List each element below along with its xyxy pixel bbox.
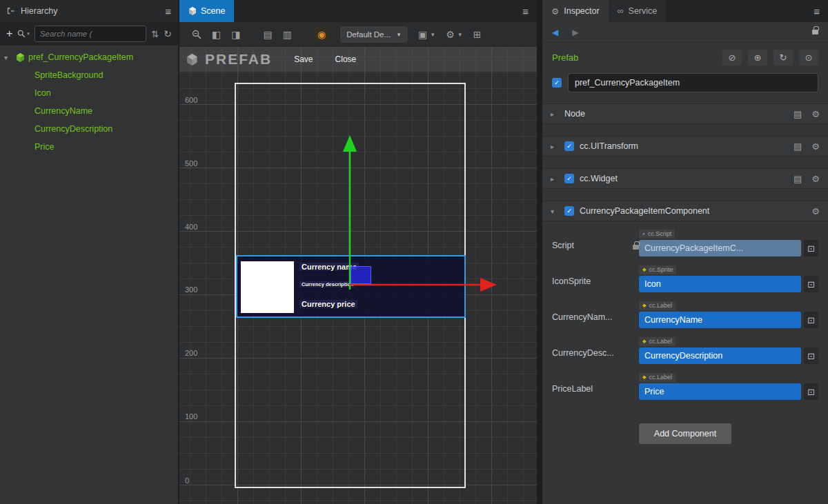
tree-node-icon[interactable]: Icon	[0, 84, 178, 102]
pricelabel-value-field[interactable]: Price	[639, 383, 801, 400]
section-label: CurrencyPackageItemComponent	[580, 206, 806, 216]
node-active-checkbox[interactable]: ✓	[552, 78, 562, 88]
section-label: cc.Widget	[580, 174, 788, 183]
tree-node-currencyname[interactable]: CurrencyName	[0, 102, 178, 120]
gear-icon[interactable]: ⚙	[811, 206, 820, 216]
tree-node-price[interactable]: Price	[0, 138, 178, 156]
hierarchy-menu-icon[interactable]: ≡	[165, 6, 171, 17]
layout-icon: ▣	[418, 29, 427, 40]
tab-scene[interactable]: Scene	[179, 0, 234, 22]
tree-node-label: CurrencyName	[34, 106, 92, 116]
inspector-menu-icon[interactable]: ≡	[814, 6, 820, 17]
unlink-prefab-icon[interactable]: ⊘	[722, 50, 742, 65]
script-lock-icon	[633, 245, 639, 250]
component-enabled-checkbox[interactable]: ✓	[564, 174, 574, 183]
property-label: IconSprite	[552, 276, 639, 286]
rect-tool-icon[interactable]: ◨	[231, 29, 240, 40]
help-doc-icon[interactable]: ▤	[793, 141, 802, 152]
asset-picker-icon[interactable]: ⊡	[804, 383, 818, 400]
service-link-icon: ∞	[618, 6, 624, 16]
help-doc-icon[interactable]: ▤	[793, 174, 802, 184]
hierarchy-icon	[7, 7, 15, 15]
ruler-label: 100	[185, 412, 203, 421]
apply-prefab-icon[interactable]: ⊙	[799, 50, 818, 65]
settings-dropdown[interactable]: ⚙ ▼	[446, 29, 462, 40]
history-forward-icon[interactable]: ▶	[572, 28, 578, 37]
lock-inspector-icon[interactable]	[812, 30, 818, 34]
panel-divider[interactable]	[537, 0, 542, 504]
expand-arrow-icon[interactable]: ▾	[551, 208, 559, 215]
prefab-close-button[interactable]: Close	[335, 54, 357, 64]
tree-node-root[interactable]: ▾ pref_CurrencyPackageItem	[0, 48, 178, 66]
asset-picker-icon[interactable]: ⊡	[804, 347, 818, 364]
help-doc-icon[interactable]: ▤	[793, 109, 802, 119]
section-widget[interactable]: ▸ ✓ cc.Widget ▤ ⚙	[542, 168, 828, 189]
transform-tool-icon[interactable]: ◧	[212, 29, 221, 40]
asset-picker-icon[interactable]: ⊡	[804, 312, 818, 328]
section-node[interactable]: ▸ Node ▤ ⚙	[542, 103, 828, 124]
currencyname-value-field[interactable]: CurrencyName	[639, 312, 801, 328]
iconsprite-value-field[interactable]: Icon	[639, 276, 801, 292]
expand-arrow-icon[interactable]: ▸	[551, 175, 559, 183]
add-node-button[interactable]: +	[6, 28, 12, 40]
search-input[interactable]	[34, 26, 147, 42]
currencydescription-value-field[interactable]: CurrencyDescription	[639, 347, 801, 364]
gizmo-toggle-button[interactable]: ◉	[313, 28, 330, 41]
property-iconsprite: IconSprite ◆ cc.Sprite Icon ⊡	[552, 265, 818, 292]
scene-panel: Scene ≡ ◧ ◨ ▤ ▥ ◉ Default De... ▼ ▣ ▼ ⚙ …	[179, 0, 537, 504]
align-vertical-icon[interactable]: ▥	[283, 29, 292, 40]
currency-description-label: Currency description	[299, 281, 355, 288]
section-uitransform[interactable]: ▸ ✓ cc.UITransform ▤ ⚙	[542, 136, 828, 157]
reset-prefab-icon[interactable]: ↻	[773, 50, 793, 65]
camera-dropdown[interactable]: Default De... ▼	[340, 26, 408, 43]
component-type-icon: ◆	[642, 267, 646, 272]
gear-icon: ⚙	[446, 29, 455, 40]
hierarchy-title: Hierarchy	[21, 6, 159, 16]
expand-arrow-icon[interactable]: ▸	[551, 110, 559, 118]
component-enabled-checkbox[interactable]: ✓	[564, 141, 574, 151]
section-currencypackageitemcomponent[interactable]: ▾ ✓ CurrencyPackageItemComponent ⚙	[542, 201, 828, 221]
node-name-input[interactable]	[568, 73, 818, 92]
align-horizontal-icon[interactable]: ▤	[263, 29, 272, 40]
selected-node-preview[interactable]: Currency name Currency description Curre…	[236, 255, 466, 318]
hierarchy-tree: ▾ pref_CurrencyPackageItem SpriteBackgro…	[0, 46, 178, 504]
gizmo-plane-handle[interactable]	[351, 266, 371, 284]
tab-bar-spacer	[234, 0, 514, 22]
tab-service[interactable]: ∞ Service	[609, 0, 667, 22]
history-back-icon[interactable]: ◀	[552, 28, 558, 37]
prefab-save-button[interactable]: Save	[294, 54, 313, 64]
grid-toggle-icon[interactable]: ⊞	[473, 29, 482, 40]
prefab-icon	[186, 54, 198, 65]
inspector-gear-icon: ⚙	[551, 6, 559, 17]
refresh-hierarchy-icon[interactable]: ↻	[164, 28, 172, 39]
collapse-all-icon[interactable]: ⇅	[151, 29, 159, 39]
tab-inspector[interactable]: ⚙ Inspector	[542, 0, 609, 22]
check-icon: ✓	[566, 143, 572, 150]
gear-icon[interactable]: ⚙	[811, 174, 820, 184]
search-filter-button[interactable]: ▾	[17, 30, 30, 38]
zoom-icon[interactable]	[192, 30, 201, 39]
ruler-label: 600	[185, 96, 203, 104]
check-icon: ✓	[566, 208, 572, 214]
section-label: cc.UITransform	[580, 141, 788, 151]
locate-prefab-icon[interactable]: ⊕	[748, 50, 767, 65]
property-label: PriceLabel	[552, 384, 639, 394]
component-enabled-checkbox[interactable]: ✓	[564, 206, 574, 216]
gear-icon[interactable]: ⚙	[811, 141, 820, 152]
asset-picker-icon[interactable]: ⊡	[804, 276, 818, 292]
expand-arrow-icon[interactable]: ▸	[551, 143, 559, 150]
layout-dropdown[interactable]: ▣ ▼	[418, 29, 435, 40]
asset-picker-icon[interactable]: ⊡	[804, 240, 818, 256]
scene-menu-icon[interactable]: ≡	[522, 6, 529, 17]
gear-icon[interactable]: ⚙	[811, 109, 820, 119]
section-label: Node	[564, 109, 788, 119]
script-value-field[interactable]: CurrencyPackageItemC...	[639, 240, 801, 256]
tree-node-spritebackground[interactable]: SpriteBackground	[0, 66, 178, 84]
expand-arrow-icon[interactable]: ▾	[4, 54, 12, 61]
scene-canvas[interactable]: PREFAB Save Close 600 500 400 300 200 10…	[179, 47, 537, 504]
add-component-button[interactable]: Add Component	[639, 423, 731, 444]
prefab-asset-label: Prefab	[552, 52, 716, 63]
ruler-label: 500	[185, 159, 203, 168]
ruler-label: 400	[185, 223, 203, 231]
tree-node-currencydescription[interactable]: CurrencyDescription	[0, 120, 178, 138]
